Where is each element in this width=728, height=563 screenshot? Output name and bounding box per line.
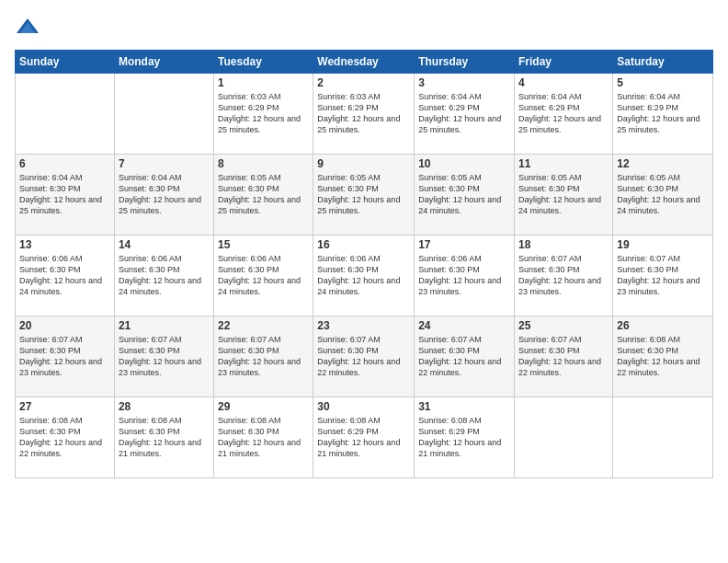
day-info: Sunrise: 6:03 AM Sunset: 6:29 PM Dayligh… — [218, 91, 309, 136]
day-number: 15 — [218, 238, 309, 251]
day-info: Sunrise: 6:04 AM Sunset: 6:30 PM Dayligh… — [119, 172, 210, 217]
day-number: 13 — [19, 238, 110, 251]
day-info: Sunrise: 6:05 AM Sunset: 6:30 PM Dayligh… — [518, 172, 609, 217]
day-info: Sunrise: 6:06 AM Sunset: 6:30 PM Dayligh… — [119, 253, 210, 298]
day-info: Sunrise: 6:07 AM Sunset: 6:30 PM Dayligh… — [617, 253, 709, 298]
day-number: 5 — [617, 76, 709, 89]
calendar-cell — [613, 397, 713, 478]
day-info: Sunrise: 6:04 AM Sunset: 6:30 PM Dayligh… — [19, 172, 110, 217]
day-info: Sunrise: 6:07 AM Sunset: 6:30 PM Dayligh… — [19, 334, 110, 379]
day-number: 2 — [317, 76, 410, 89]
logo-icon — [15, 15, 40, 40]
calendar-cell: 10Sunrise: 6:05 AM Sunset: 6:30 PM Dayli… — [415, 155, 515, 236]
calendar-cell — [16, 74, 115, 155]
calendar-header-wednesday: Wednesday — [313, 51, 415, 74]
calendar-header-thursday: Thursday — [415, 51, 515, 74]
day-number: 12 — [617, 157, 709, 170]
day-info: Sunrise: 6:05 AM Sunset: 6:30 PM Dayligh… — [418, 172, 510, 217]
page: SundayMondayTuesdayWednesdayThursdayFrid… — [0, 0, 728, 563]
logo — [15, 15, 44, 40]
calendar-cell: 26Sunrise: 6:08 AM Sunset: 6:30 PM Dayli… — [613, 316, 713, 397]
day-info: Sunrise: 6:06 AM Sunset: 6:30 PM Dayligh… — [218, 253, 309, 298]
day-number: 31 — [418, 400, 510, 413]
calendar-header-sunday: Sunday — [16, 51, 115, 74]
day-info: Sunrise: 6:08 AM Sunset: 6:30 PM Dayligh… — [617, 334, 709, 379]
day-number: 21 — [119, 319, 210, 332]
day-number: 24 — [418, 319, 510, 332]
day-info: Sunrise: 6:06 AM Sunset: 6:30 PM Dayligh… — [19, 253, 110, 298]
day-info: Sunrise: 6:08 AM Sunset: 6:29 PM Dayligh… — [317, 415, 410, 460]
calendar-cell: 25Sunrise: 6:07 AM Sunset: 6:30 PM Dayli… — [515, 316, 613, 397]
calendar-cell: 19Sunrise: 6:07 AM Sunset: 6:30 PM Dayli… — [613, 236, 713, 316]
day-number: 28 — [119, 400, 210, 413]
calendar-cell: 24Sunrise: 6:07 AM Sunset: 6:30 PM Dayli… — [415, 316, 515, 397]
day-number: 4 — [518, 76, 609, 89]
day-info: Sunrise: 6:07 AM Sunset: 6:30 PM Dayligh… — [518, 253, 609, 298]
day-number: 23 — [317, 319, 410, 332]
day-number: 19 — [617, 238, 709, 251]
calendar-week-row: 20Sunrise: 6:07 AM Sunset: 6:30 PM Dayli… — [16, 316, 713, 397]
calendar-cell: 31Sunrise: 6:08 AM Sunset: 6:29 PM Dayli… — [415, 397, 515, 478]
calendar-cell: 17Sunrise: 6:06 AM Sunset: 6:30 PM Dayli… — [415, 236, 515, 316]
day-info: Sunrise: 6:07 AM Sunset: 6:30 PM Dayligh… — [317, 334, 410, 379]
calendar-cell: 8Sunrise: 6:05 AM Sunset: 6:30 PM Daylig… — [214, 155, 313, 236]
calendar-header-row: SundayMondayTuesdayWednesdayThursdayFrid… — [16, 51, 713, 74]
calendar-cell: 23Sunrise: 6:07 AM Sunset: 6:30 PM Dayli… — [313, 316, 415, 397]
day-info: Sunrise: 6:04 AM Sunset: 6:29 PM Dayligh… — [418, 91, 510, 136]
day-number: 11 — [518, 157, 609, 170]
calendar-cell: 28Sunrise: 6:08 AM Sunset: 6:30 PM Dayli… — [114, 397, 213, 478]
day-number: 9 — [317, 157, 410, 170]
calendar-header-tuesday: Tuesday — [214, 51, 313, 74]
day-info: Sunrise: 6:07 AM Sunset: 6:30 PM Dayligh… — [418, 334, 510, 379]
day-number: 29 — [218, 400, 309, 413]
day-info: Sunrise: 6:08 AM Sunset: 6:30 PM Dayligh… — [19, 415, 110, 460]
calendar-cell: 12Sunrise: 6:05 AM Sunset: 6:30 PM Dayli… — [613, 155, 713, 236]
calendar-cell: 20Sunrise: 6:07 AM Sunset: 6:30 PM Dayli… — [16, 316, 115, 397]
calendar-week-row: 1Sunrise: 6:03 AM Sunset: 6:29 PM Daylig… — [16, 74, 713, 155]
calendar-header-friday: Friday — [515, 51, 613, 74]
day-info: Sunrise: 6:08 AM Sunset: 6:30 PM Dayligh… — [218, 415, 309, 460]
header — [15, 15, 713, 40]
calendar-cell: 30Sunrise: 6:08 AM Sunset: 6:29 PM Dayli… — [313, 397, 415, 478]
day-number: 6 — [19, 157, 110, 170]
calendar-header-saturday: Saturday — [613, 51, 713, 74]
calendar-cell: 4Sunrise: 6:04 AM Sunset: 6:29 PM Daylig… — [515, 74, 613, 155]
calendar-cell: 2Sunrise: 6:03 AM Sunset: 6:29 PM Daylig… — [313, 74, 415, 155]
calendar-week-row: 13Sunrise: 6:06 AM Sunset: 6:30 PM Dayli… — [16, 236, 713, 316]
day-number: 10 — [418, 157, 510, 170]
calendar-cell: 1Sunrise: 6:03 AM Sunset: 6:29 PM Daylig… — [214, 74, 313, 155]
calendar-cell: 22Sunrise: 6:07 AM Sunset: 6:30 PM Dayli… — [214, 316, 313, 397]
calendar-week-row: 27Sunrise: 6:08 AM Sunset: 6:30 PM Dayli… — [16, 397, 713, 478]
calendar-cell: 3Sunrise: 6:04 AM Sunset: 6:29 PM Daylig… — [415, 74, 515, 155]
day-info: Sunrise: 6:06 AM Sunset: 6:30 PM Dayligh… — [317, 253, 410, 298]
day-number: 20 — [19, 319, 110, 332]
day-number: 18 — [518, 238, 609, 251]
day-number: 26 — [617, 319, 709, 332]
day-number: 27 — [19, 400, 110, 413]
day-number: 25 — [518, 319, 609, 332]
calendar-header-monday: Monday — [114, 51, 213, 74]
calendar-cell: 5Sunrise: 6:04 AM Sunset: 6:29 PM Daylig… — [613, 74, 713, 155]
calendar-cell: 16Sunrise: 6:06 AM Sunset: 6:30 PM Dayli… — [313, 236, 415, 316]
day-info: Sunrise: 6:08 AM Sunset: 6:29 PM Dayligh… — [418, 415, 510, 460]
calendar-cell: 7Sunrise: 6:04 AM Sunset: 6:30 PM Daylig… — [114, 155, 213, 236]
calendar-table: SundayMondayTuesdayWednesdayThursdayFrid… — [15, 50, 713, 478]
day-info: Sunrise: 6:04 AM Sunset: 6:29 PM Dayligh… — [617, 91, 709, 136]
day-number: 14 — [119, 238, 210, 251]
calendar-cell: 15Sunrise: 6:06 AM Sunset: 6:30 PM Dayli… — [214, 236, 313, 316]
calendar-cell: 13Sunrise: 6:06 AM Sunset: 6:30 PM Dayli… — [16, 236, 115, 316]
day-info: Sunrise: 6:07 AM Sunset: 6:30 PM Dayligh… — [119, 334, 210, 379]
day-number: 30 — [317, 400, 410, 413]
day-info: Sunrise: 6:04 AM Sunset: 6:29 PM Dayligh… — [518, 91, 609, 136]
calendar-week-row: 6Sunrise: 6:04 AM Sunset: 6:30 PM Daylig… — [16, 155, 713, 236]
calendar-cell: 27Sunrise: 6:08 AM Sunset: 6:30 PM Dayli… — [16, 397, 115, 478]
day-info: Sunrise: 6:05 AM Sunset: 6:30 PM Dayligh… — [317, 172, 410, 217]
day-info: Sunrise: 6:08 AM Sunset: 6:30 PM Dayligh… — [119, 415, 210, 460]
day-number: 8 — [218, 157, 309, 170]
day-number: 7 — [119, 157, 210, 170]
calendar-cell: 14Sunrise: 6:06 AM Sunset: 6:30 PM Dayli… — [114, 236, 213, 316]
day-info: Sunrise: 6:03 AM Sunset: 6:29 PM Dayligh… — [317, 91, 410, 136]
day-number: 16 — [317, 238, 410, 251]
calendar-cell: 18Sunrise: 6:07 AM Sunset: 6:30 PM Dayli… — [515, 236, 613, 316]
day-number: 17 — [418, 238, 510, 251]
